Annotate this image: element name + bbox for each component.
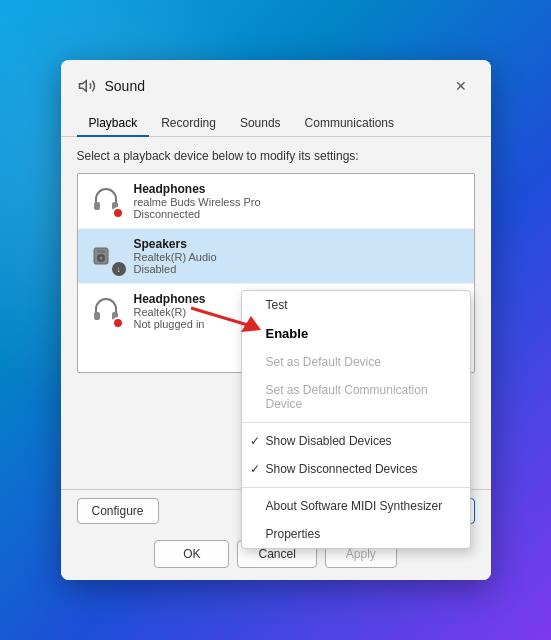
tab-playback[interactable]: Playback [77,110,150,136]
svg-rect-1 [94,202,100,210]
dialog-title: Sound [105,78,145,94]
bottom-left-controls: Configure [77,498,159,524]
disconnected-indicator-3 [112,317,124,329]
title-bar-left: Sound [77,76,145,96]
ctx-set-default-comm: Set as Default Communication Device [242,376,470,418]
disconnected-indicator-1 [112,207,124,219]
ctx-separator-1 [242,422,470,423]
context-menu: Test Enable Set as Default Device Set as… [241,290,471,549]
ctx-set-default: Set as Default Device [242,348,470,376]
device-sub-1: realme Buds Wireless Pro [134,196,464,208]
ok-button[interactable]: OK [154,540,229,568]
device-info-2: Speakers Realtek(R) Audio Disabled [134,237,464,275]
disabled-indicator-2: ↓ [112,262,126,276]
instruction-text: Select a playback device below to modify… [77,149,475,163]
title-bar: Sound ✕ [61,60,491,100]
check-disabled: ✓ [250,434,260,448]
ctx-show-disconnected[interactable]: ✓ Show Disconnected Devices [242,455,470,483]
configure-button[interactable]: Configure [77,498,159,524]
device-icon-2: ↓ [88,238,124,274]
device-name-2: Speakers [134,237,464,251]
device-status-1: Disconnected [134,208,464,220]
device-name-1: Headphones [134,182,464,196]
device-status-2: Disabled [134,263,464,275]
ctx-properties[interactable]: Properties [242,520,470,548]
device-sub-2: Realtek(R) Audio [134,251,464,263]
svg-point-5 [99,257,102,260]
ctx-about-midi[interactable]: About Software MIDI Synthesizer [242,492,470,520]
check-disconnected: ✓ [250,462,260,476]
tab-communications[interactable]: Communications [293,110,406,136]
svg-rect-6 [97,250,105,253]
device-item-speakers[interactable]: ↓ Speakers Realtek(R) Audio Disabled [78,229,474,284]
ctx-test[interactable]: Test [242,291,470,319]
sound-icon [77,76,97,96]
ctx-enable[interactable]: Enable [242,319,470,348]
ctx-show-disabled[interactable]: ✓ Show Disabled Devices [242,427,470,455]
device-item-headphones-1[interactable]: Headphones realme Buds Wireless Pro Disc… [78,174,474,229]
svg-marker-0 [79,81,86,92]
close-button[interactable]: ✕ [447,72,475,100]
tab-bar: Playback Recording Sounds Communications [61,104,491,137]
tab-recording[interactable]: Recording [149,110,228,136]
device-icon-1 [88,183,124,219]
device-info-1: Headphones realme Buds Wireless Pro Disc… [134,182,464,220]
svg-rect-7 [94,312,100,320]
sound-dialog: Sound ✕ Playback Recording Sounds Commun… [61,60,491,580]
device-icon-3 [88,293,124,329]
ctx-separator-2 [242,487,470,488]
tab-sounds[interactable]: Sounds [228,110,293,136]
